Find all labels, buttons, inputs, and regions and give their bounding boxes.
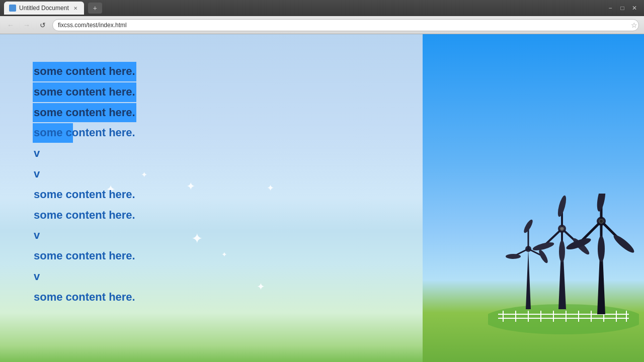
content-item-text-2: some content here. — [33, 206, 136, 225]
left-panel: ✦ ✦ ✦ ✦ ✦ ✦ ✦ some content here. some co… — [0, 34, 423, 362]
svg-point-21 — [506, 254, 521, 259]
sparkle-icon: ✦ — [186, 180, 195, 193]
content-item-selected-2: some content here. — [33, 82, 136, 102]
svg-point-42 — [612, 233, 636, 255]
svg-point-44 — [598, 236, 605, 262]
new-tab-button[interactable]: + — [88, 3, 102, 14]
content-item-v-4: v — [33, 267, 136, 287]
content-item-selected-3: some content here. — [33, 103, 136, 123]
minimize-button[interactable]: − — [605, 3, 616, 14]
url-text: fixcss.com/test/index.html — [58, 22, 127, 29]
svg-point-28 — [556, 195, 568, 218]
sparkle-icon: ✦ — [191, 230, 203, 247]
sparkle-icon: ✦ — [141, 170, 147, 179]
bookmark-button[interactable]: ☆ — [628, 19, 640, 31]
maximize-button[interactable]: □ — [617, 3, 628, 14]
content-list: some content here. some content here. so… — [33, 62, 136, 308]
svg-point-20 — [537, 249, 549, 264]
content-item-selected-1: some content here. — [33, 62, 136, 81]
content-item-text-4: some content here. — [33, 288, 136, 307]
back-button[interactable]: ← — [4, 19, 17, 32]
svg-point-31 — [559, 240, 565, 262]
browser-tab[interactable]: Untitled Document ✕ — [4, 2, 84, 15]
content-item-text-1: some content here. — [33, 185, 136, 205]
right-panel: ✕ — [423, 34, 644, 362]
page-content: ✦ ✦ ✦ ✦ ✦ ✦ ✦ some content here. some co… — [0, 34, 644, 362]
content-item-v-2: v — [33, 164, 136, 184]
svg-point-41 — [596, 194, 607, 212]
content-item-text-3: some content here. — [33, 246, 136, 266]
content-item-v-3: v — [33, 226, 136, 245]
tab-close-button[interactable]: ✕ — [72, 5, 79, 12]
content-item-partial: some content here. — [33, 123, 136, 143]
title-bar: Untitled Document ✕ + − □ ✕ — [0, 0, 644, 16]
tab-favicon — [9, 5, 16, 12]
navigation-bar: ← → ↺ fixcss.com/test/index.html ☆ — [0, 16, 644, 34]
content-item-v-1: v — [33, 144, 136, 163]
svg-point-46 — [600, 220, 603, 223]
browser-window: Untitled Document ✕ + − □ ✕ ← → ↺ fixcss… — [0, 0, 644, 362]
window-controls: − □ ✕ — [605, 3, 640, 14]
windmill-image — [488, 194, 639, 334]
sparkle-icon: ✦ — [267, 183, 274, 194]
forward-button[interactable]: → — [20, 19, 33, 32]
svg-point-43 — [565, 236, 592, 252]
sparkle-icon: ✦ — [221, 250, 227, 258]
sparkle-icon: ✦ — [257, 281, 265, 293]
svg-marker-14 — [526, 249, 531, 309]
address-bar[interactable]: fixcss.com/test/index.html — [52, 19, 639, 31]
tab-title: Untitled Document — [19, 5, 69, 12]
svg-point-30 — [532, 241, 555, 252]
reload-button[interactable]: ↺ — [36, 19, 49, 32]
close-button[interactable]: ✕ — [629, 3, 640, 14]
